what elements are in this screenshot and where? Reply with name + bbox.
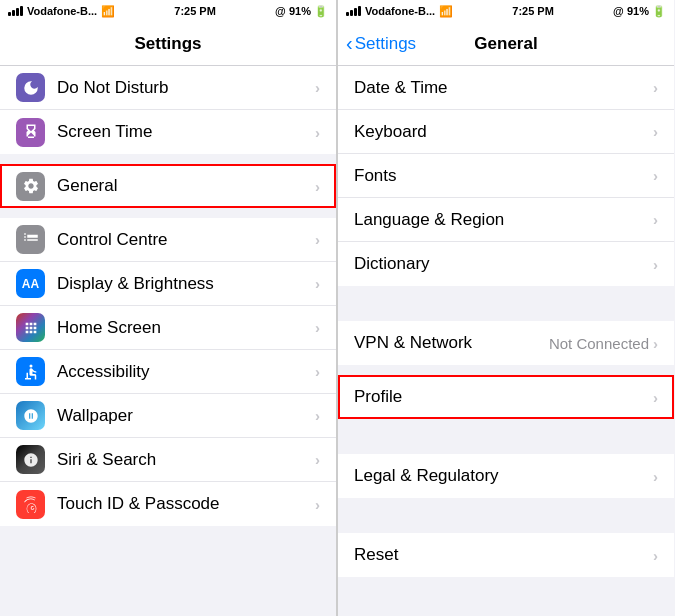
list-item-screen-time[interactable]: Screen Time › bbox=[0, 110, 336, 154]
display-brightness-icon: AA bbox=[16, 269, 45, 298]
list-item-home-screen[interactable]: Home Screen › bbox=[0, 306, 336, 350]
chevron-right-icon: › bbox=[315, 178, 320, 195]
wallpaper-label: Wallpaper bbox=[57, 406, 315, 426]
list-item-legal[interactable]: Legal & Regulatory › bbox=[338, 454, 674, 498]
divider-right-1 bbox=[338, 286, 674, 321]
list-item-date-time[interactable]: Date & Time › bbox=[338, 66, 674, 110]
status-left: Vodafone-B... 📶 bbox=[8, 5, 115, 18]
wallpaper-icon bbox=[16, 401, 45, 430]
list-item-general[interactable]: General › bbox=[0, 164, 336, 208]
battery-icon-left: @ 91% 🔋 bbox=[275, 5, 328, 18]
list-item-accessibility[interactable]: Accessibility › bbox=[0, 350, 336, 394]
chevron-right-icon: › bbox=[653, 547, 658, 564]
fonts-label: Fonts bbox=[354, 166, 653, 186]
time-left: 7:25 PM bbox=[174, 5, 216, 17]
touch-id-icon bbox=[16, 490, 45, 519]
general-icon bbox=[16, 172, 45, 201]
list-item-keyboard[interactable]: Keyboard › bbox=[338, 110, 674, 154]
screen-time-icon bbox=[16, 118, 45, 147]
home-screen-icon bbox=[16, 313, 45, 342]
battery-icon-right: @ 91% 🔋 bbox=[613, 5, 666, 18]
list-item-siri-search[interactable]: Siri & Search › bbox=[0, 438, 336, 482]
chevron-right-icon: › bbox=[315, 124, 320, 141]
signal-icon bbox=[8, 6, 23, 16]
carrier-right: Vodafone-B... bbox=[365, 5, 435, 17]
chevron-right-icon: › bbox=[653, 79, 658, 96]
list-item-do-not-disturb[interactable]: Do Not Disturb › bbox=[0, 66, 336, 110]
nav-bar-left: Settings bbox=[0, 22, 336, 66]
right-panel: Vodafone-B... 📶 7:25 PM @ 91% 🔋 ‹ Settin… bbox=[337, 0, 674, 616]
status-right-left: @ 91% 🔋 bbox=[275, 5, 328, 18]
chevron-right-icon: › bbox=[315, 363, 320, 380]
home-screen-label: Home Screen bbox=[57, 318, 315, 338]
left-panel: Vodafone-B... 📶 7:25 PM @ 91% 🔋 Settings… bbox=[0, 0, 337, 616]
chevron-right-icon: › bbox=[315, 275, 320, 292]
list-item-dictionary[interactable]: Dictionary › bbox=[338, 242, 674, 286]
nav-title-right: General bbox=[474, 34, 537, 54]
siri-search-label: Siri & Search bbox=[57, 450, 315, 470]
list-item-vpn[interactable]: VPN & Network Not Connected › bbox=[338, 321, 674, 365]
section-3-right: Profile › bbox=[338, 375, 674, 419]
chevron-right-icon: › bbox=[315, 79, 320, 96]
vpn-label: VPN & Network bbox=[354, 333, 549, 353]
do-not-disturb-icon bbox=[16, 73, 45, 102]
general-label: General bbox=[57, 176, 315, 196]
status-bar-right: Vodafone-B... 📶 7:25 PM @ 91% 🔋 bbox=[338, 0, 674, 22]
list-item-display-brightness[interactable]: AA Display & Brightness › bbox=[0, 262, 336, 306]
chevron-right-icon: › bbox=[653, 167, 658, 184]
chevron-right-icon: › bbox=[315, 319, 320, 336]
legal-label: Legal & Regulatory bbox=[354, 466, 653, 486]
control-centre-label: Control Centre bbox=[57, 230, 315, 250]
list-item-fonts[interactable]: Fonts › bbox=[338, 154, 674, 198]
list-item-wallpaper[interactable]: Wallpaper › bbox=[0, 394, 336, 438]
chevron-right-icon: › bbox=[653, 389, 658, 406]
back-button[interactable]: ‹ Settings bbox=[346, 32, 416, 55]
status-right-right: @ 91% 🔋 bbox=[613, 5, 666, 18]
chevron-right-icon: › bbox=[653, 123, 658, 140]
time-right: 7:25 PM bbox=[512, 5, 554, 17]
svg-point-0 bbox=[29, 364, 32, 367]
profile-label: Profile bbox=[354, 387, 653, 407]
date-time-label: Date & Time bbox=[354, 78, 653, 98]
chevron-right-icon: › bbox=[315, 451, 320, 468]
language-region-label: Language & Region bbox=[354, 210, 653, 230]
reset-label: Reset bbox=[354, 545, 653, 565]
do-not-disturb-label: Do Not Disturb bbox=[57, 78, 315, 98]
section-1-right: Date & Time › Keyboard › Fonts › Languag… bbox=[338, 66, 674, 286]
section-1-left: Do Not Disturb › Screen Time › bbox=[0, 66, 336, 154]
signal-icon-right bbox=[346, 6, 361, 16]
list-item-profile[interactable]: Profile › bbox=[338, 375, 674, 419]
divider-right-3 bbox=[338, 419, 674, 454]
screen-time-label: Screen Time bbox=[57, 122, 315, 142]
chevron-right-icon: › bbox=[653, 211, 658, 228]
list-item-control-centre[interactable]: Control Centre › bbox=[0, 218, 336, 262]
chevron-right-icon: › bbox=[653, 256, 658, 273]
siri-search-icon bbox=[16, 445, 45, 474]
settings-list-right: Date & Time › Keyboard › Fonts › Languag… bbox=[338, 66, 674, 616]
settings-list-left: Do Not Disturb › Screen Time › bbox=[0, 66, 336, 616]
section-2-left: General › bbox=[0, 164, 336, 208]
section-2-right: VPN & Network Not Connected › bbox=[338, 321, 674, 365]
back-chevron-icon: ‹ bbox=[346, 32, 353, 55]
divider-right-4 bbox=[338, 498, 674, 533]
chevron-right-icon: › bbox=[315, 407, 320, 424]
nav-bar-right: ‹ Settings General bbox=[338, 22, 674, 66]
divider-2 bbox=[0, 208, 336, 218]
chevron-right-icon: › bbox=[315, 496, 320, 513]
accessibility-icon bbox=[16, 357, 45, 386]
divider-1 bbox=[0, 154, 336, 164]
touch-id-label: Touch ID & Passcode bbox=[57, 494, 315, 514]
back-label: Settings bbox=[355, 34, 416, 54]
dictionary-label: Dictionary bbox=[354, 254, 653, 274]
list-item-touch-id[interactable]: Touch ID & Passcode › bbox=[0, 482, 336, 526]
nav-title-left: Settings bbox=[134, 34, 201, 54]
vpn-value: Not Connected bbox=[549, 335, 649, 352]
list-item-language-region[interactable]: Language & Region › bbox=[338, 198, 674, 242]
keyboard-label: Keyboard bbox=[354, 122, 653, 142]
status-left-right: Vodafone-B... 📶 bbox=[346, 5, 453, 18]
list-item-reset[interactable]: Reset › bbox=[338, 533, 674, 577]
display-brightness-label: Display & Brightness bbox=[57, 274, 315, 294]
wifi-icon-right: 📶 bbox=[439, 5, 453, 18]
carrier-left: Vodafone-B... bbox=[27, 5, 97, 17]
wifi-icon-left: 📶 bbox=[101, 5, 115, 18]
